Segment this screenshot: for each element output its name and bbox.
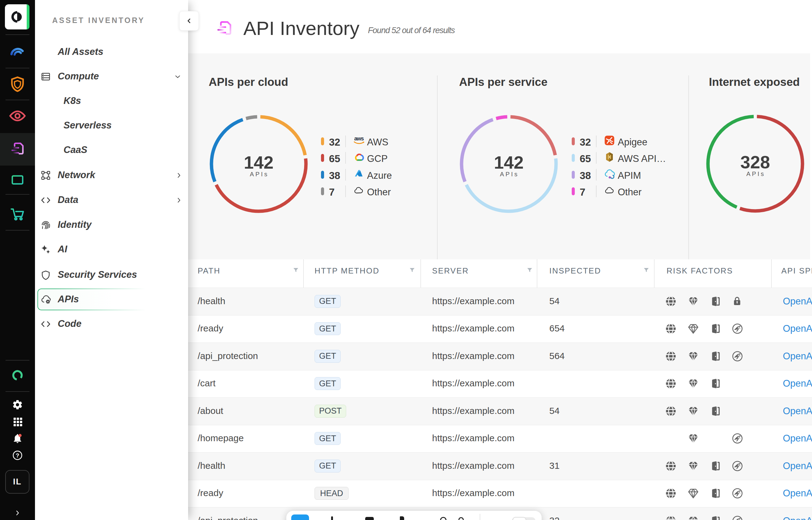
svg-text:?: ? — [16, 452, 19, 459]
svg-text:aws: aws — [354, 135, 364, 142]
